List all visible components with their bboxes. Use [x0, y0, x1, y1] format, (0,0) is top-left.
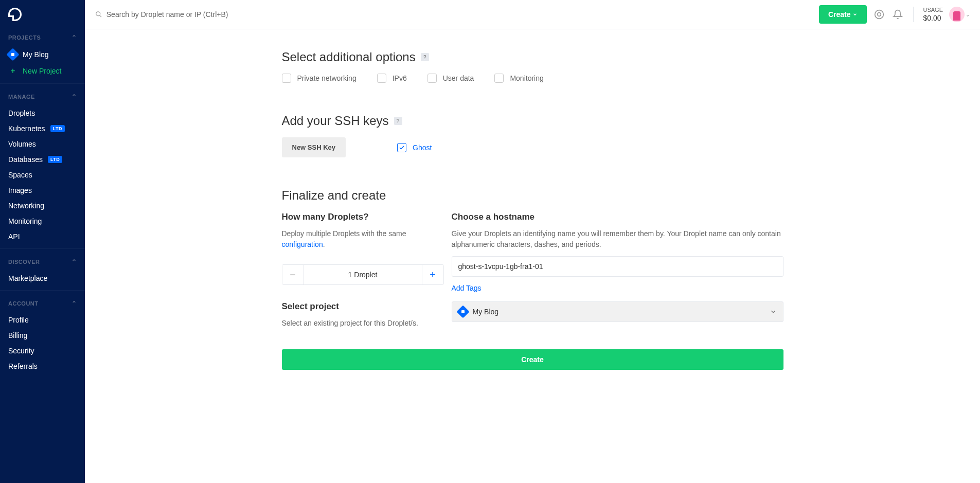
- additional-options-row: Private networkingIPv6User dataMonitorin…: [282, 74, 783, 83]
- project-subtitle: Select project: [282, 301, 444, 312]
- hostname-subtitle: Choose a hostname: [452, 212, 783, 222]
- checkbox-label: Private networking: [297, 74, 357, 82]
- sidebar-item-label: Monitoring: [8, 217, 42, 225]
- svg-point-2: [875, 10, 884, 19]
- additional-options-title: Select additional options ?: [282, 50, 783, 64]
- create-button[interactable]: Create: [282, 349, 783, 370]
- chevron-up-icon: ⌃: [72, 34, 77, 41]
- create-dropdown-button[interactable]: Create: [819, 5, 867, 24]
- sidebar-item-label: Databases: [8, 155, 43, 164]
- badge: LTD: [48, 156, 62, 163]
- sidebar-item-volumes[interactable]: Volumes: [0, 136, 85, 152]
- checkbox-icon: [494, 74, 504, 83]
- select-project-row: Select project Select an existing projec…: [282, 301, 783, 329]
- badge: LTD: [50, 125, 65, 132]
- discover-section-label: DISCOVER: [8, 259, 40, 265]
- checkbox-icon: [377, 74, 386, 83]
- sidebar-item-profile[interactable]: Profile: [0, 312, 85, 328]
- hostname-input[interactable]: [452, 256, 783, 277]
- chevron-down-icon: [852, 12, 858, 17]
- project-select-dropdown[interactable]: My Blog: [452, 301, 783, 322]
- form-container: Select additional options ? Private netw…: [282, 29, 783, 370]
- new-project-label: New Project: [23, 67, 61, 75]
- sidebar-item-my-blog[interactable]: My Blog: [0, 46, 85, 63]
- sidebar-item-label: Volumes: [8, 140, 36, 148]
- plus-icon: +: [8, 66, 17, 76]
- droplets-subtitle: How many Droplets?: [282, 212, 444, 222]
- project-column-left: Select project Select an existing projec…: [282, 301, 444, 329]
- checkbox-label: Monitoring: [510, 74, 543, 82]
- sidebar-item-spaces[interactable]: Spaces: [0, 167, 85, 183]
- manage-section-header[interactable]: MANAGE ⌃: [0, 88, 85, 105]
- sidebar-item-referrals[interactable]: Referrals: [0, 359, 85, 374]
- sidebar-item-marketplace[interactable]: Marketplace: [0, 271, 85, 286]
- svg-point-3: [878, 13, 881, 16]
- divider: [0, 83, 85, 84]
- checkbox-icon: [427, 74, 437, 83]
- search-icon: [95, 11, 102, 18]
- help-badge-icon[interactable]: ?: [421, 53, 429, 61]
- project-select-value: My Blog: [473, 308, 499, 316]
- add-tags-link[interactable]: Add Tags: [452, 284, 783, 292]
- chevron-down-icon: ⌄: [966, 12, 970, 17]
- sidebar-item-label: Profile: [8, 316, 29, 324]
- sidebar-item-billing[interactable]: Billing: [0, 328, 85, 343]
- decrement-button[interactable]: −: [282, 265, 304, 284]
- help-badge-icon[interactable]: ?: [394, 117, 402, 125]
- digitalocean-logo-icon: [8, 8, 22, 21]
- additional-options-title-text: Select additional options: [282, 50, 416, 64]
- usage-label: USAGE: [923, 6, 943, 13]
- sidebar-item-droplets[interactable]: Droplets: [0, 105, 85, 121]
- increment-button[interactable]: +: [422, 265, 443, 284]
- ssh-key-ghost[interactable]: Ghost: [397, 143, 432, 152]
- svg-point-0: [96, 12, 100, 16]
- chevron-up-icon: ⌃: [72, 258, 77, 265]
- sidebar-item-monitoring[interactable]: Monitoring: [0, 213, 85, 229]
- sidebar-item-new-project[interactable]: + New Project: [0, 63, 85, 79]
- main-area: Create USAGE $0.00 ⌄ Select additional o…: [85, 0, 980, 483]
- sidebar-item-label: API: [8, 232, 20, 241]
- avatar-menu[interactable]: ⌄: [949, 7, 970, 22]
- search-input[interactable]: [106, 10, 813, 19]
- sidebar-item-databases[interactable]: DatabasesLTD: [0, 152, 85, 167]
- checkbox-icon: [397, 143, 406, 152]
- sidebar-item-label: Billing: [8, 331, 27, 339]
- discover-section-header[interactable]: DISCOVER ⌃: [0, 253, 85, 271]
- droplet-count-stepper: − 1 Droplet +: [282, 264, 444, 285]
- sidebar-item-networking[interactable]: Networking: [0, 198, 85, 213]
- checkbox-private-networking[interactable]: Private networking: [282, 74, 357, 83]
- usage-amount: $0.00: [923, 13, 941, 23]
- help-icon[interactable]: [873, 8, 885, 21]
- projects-section-header[interactable]: PROJECTS ⌃: [0, 29, 85, 46]
- svg-line-1: [100, 15, 101, 17]
- droplets-help-text: Deploy multiple Droplets with the same c…: [282, 228, 444, 250]
- divider: [0, 290, 85, 291]
- project-help-text: Select an existing project for this Drop…: [282, 318, 444, 329]
- finalize-title: Finalize and create: [282, 188, 783, 203]
- create-button-label: Create: [828, 10, 851, 19]
- sidebar-item-label: Spaces: [8, 171, 32, 179]
- droplet-count-value: 1 Droplet: [304, 265, 422, 284]
- sidebar-item-security[interactable]: Security: [0, 343, 85, 359]
- sidebar-item-label: Kubernetes: [8, 124, 45, 133]
- sidebar-item-images[interactable]: Images: [0, 183, 85, 198]
- finalize-title-text: Finalize and create: [282, 188, 386, 203]
- sidebar: PROJECTS ⌃ My Blog + New Project MANAGE …: [0, 0, 85, 483]
- sidebar-item-kubernetes[interactable]: KubernetesLTD: [0, 121, 85, 136]
- chevron-down-icon: [770, 308, 777, 315]
- checkbox-label: User data: [443, 74, 474, 82]
- checkbox-user-data[interactable]: User data: [427, 74, 474, 83]
- sidebar-item-api[interactable]: API: [0, 229, 85, 244]
- chevron-up-icon: ⌃: [72, 93, 77, 100]
- logo-area[interactable]: [0, 0, 85, 29]
- sidebar-item-label: Networking: [8, 202, 44, 210]
- new-ssh-key-button[interactable]: New SSH Key: [282, 137, 346, 157]
- sidebar-item-label: Marketplace: [8, 274, 47, 282]
- divider: [913, 7, 914, 22]
- checkbox-ipv6[interactable]: IPv6: [377, 74, 407, 83]
- configuration-link[interactable]: configuration: [282, 240, 323, 248]
- notifications-icon[interactable]: [892, 8, 904, 21]
- checkbox-monitoring[interactable]: Monitoring: [494, 74, 543, 83]
- account-section-header[interactable]: ACCOUNT ⌃: [0, 295, 85, 312]
- usage-display[interactable]: USAGE $0.00: [923, 6, 943, 23]
